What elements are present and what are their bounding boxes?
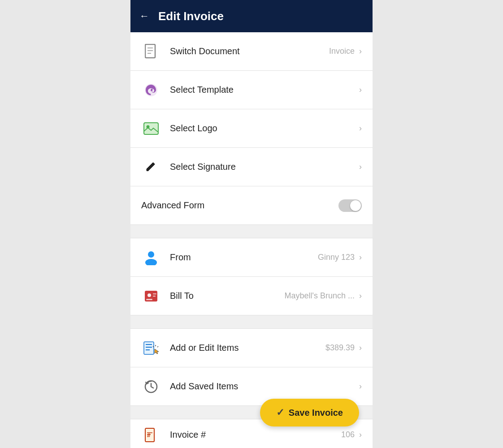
from-label: From: [170, 252, 318, 263]
switch-document-chevron: ›: [359, 47, 362, 56]
svg-rect-13: [146, 299, 152, 300]
invoice-num-chevron: ›: [359, 430, 362, 439]
svg-rect-5: [144, 123, 158, 134]
switch-document-row[interactable]: Switch Document Invoice ›: [130, 32, 373, 71]
toggle-knob: [350, 200, 361, 211]
from-row[interactable]: From Ginny 123 ›: [130, 238, 373, 277]
add-edit-items-value: $389.39: [325, 343, 355, 353]
phone-container: ← Edit Invoice Switch Document Invoice ›…: [130, 0, 373, 448]
bill-to-chevron: ›: [359, 291, 362, 301]
select-logo-chevron: ›: [359, 124, 362, 133]
select-template-chevron: ›: [359, 85, 362, 95]
invoice-num-icon: #: [141, 427, 161, 443]
add-saved-items-label: Add Saved Items: [170, 381, 359, 392]
select-logo-row[interactable]: Select Logo ›: [130, 109, 373, 148]
header: ← Edit Invoice: [130, 0, 373, 32]
advanced-form-row: Advanced Form: [130, 186, 373, 225]
page-title: Edit Invoice: [158, 9, 224, 23]
image-icon: [141, 122, 161, 135]
save-button-container: ✓ Save Invoice: [260, 399, 359, 426]
from-chevron: ›: [359, 253, 362, 262]
svg-rect-14: [153, 293, 156, 294]
section-divider-2: [130, 315, 373, 329]
check-icon: ✓: [276, 407, 284, 418]
select-signature-chevron: ›: [359, 162, 362, 172]
select-template-label: Select Template: [170, 85, 359, 95]
person-icon: [141, 250, 161, 265]
bill-to-value: Maybell's Brunch ...: [285, 291, 355, 301]
document-icon: [141, 44, 161, 59]
add-saved-items-chevron: ›: [359, 382, 362, 391]
invoice-num-value: 106: [341, 430, 355, 439]
pencil-icon: [141, 161, 161, 173]
switch-document-value: Invoice: [329, 47, 355, 56]
from-value: Ginny 123: [318, 253, 355, 262]
svg-rect-15: [153, 296, 156, 297]
history-icon: [141, 379, 161, 394]
svg-line-22: [157, 346, 158, 347]
select-signature-row[interactable]: Select Signature ›: [130, 148, 373, 186]
switch-document-label: Switch Document: [170, 46, 329, 56]
bill-to-label: Bill To: [170, 291, 285, 301]
svg-rect-16: [144, 342, 154, 354]
save-invoice-button[interactable]: ✓ Save Invoice: [260, 399, 359, 426]
bill-to-row[interactable]: Bill To Maybell's Brunch ... ›: [130, 277, 373, 315]
advanced-form-label: Advanced Form: [141, 200, 338, 211]
select-signature-label: Select Signature: [170, 162, 359, 172]
select-template-row[interactable]: Select Template ›: [130, 71, 373, 109]
svg-point-8: [148, 251, 154, 258]
advanced-form-toggle[interactable]: [338, 199, 362, 212]
select-logo-label: Select Logo: [170, 123, 359, 134]
list-cursor-icon: [141, 340, 161, 356]
back-button[interactable]: ←: [139, 10, 149, 22]
add-edit-items-label: Add or Edit Items: [170, 343, 325, 353]
palette-icon: [141, 83, 161, 97]
add-edit-items-chevron: ›: [359, 343, 362, 353]
save-invoice-label: Save Invoice: [289, 408, 343, 418]
add-edit-items-row[interactable]: Add or Edit Items $389.39 ›: [130, 329, 373, 367]
invoice-num-label: Invoice #: [170, 430, 341, 440]
svg-point-12: [147, 293, 151, 297]
section-divider-1: [130, 225, 373, 238]
contact-card-icon: [141, 289, 161, 303]
